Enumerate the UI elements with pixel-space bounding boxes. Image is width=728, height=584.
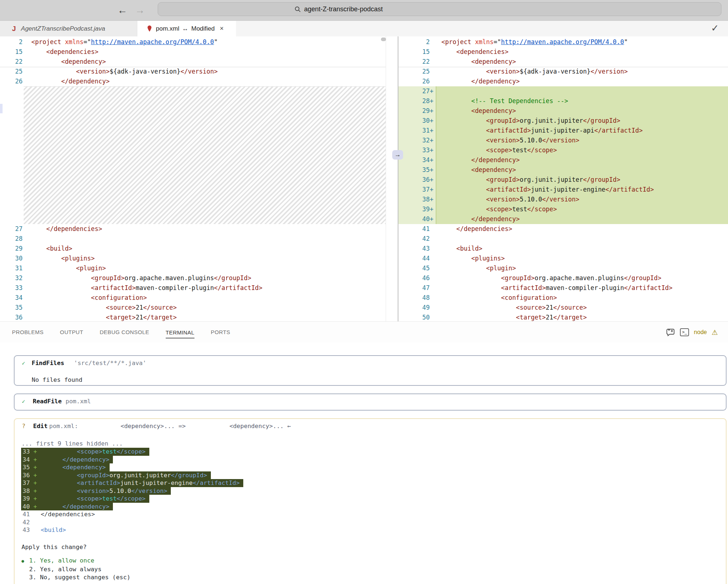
code-token: ="	[493, 38, 501, 46]
back-button[interactable]: ←	[116, 3, 129, 17]
diff-line: 43 <build>	[21, 526, 243, 534]
code-token: <scope>	[77, 495, 102, 502]
code-token: <dependency>	[62, 464, 106, 471]
diff-indicator-icon: ↔	[182, 25, 188, 32]
code-token: test	[512, 205, 527, 213]
diff-next-arrow-button[interactable]: →	[392, 150, 403, 160]
added-line-marker: +	[430, 145, 436, 155]
code-line: 27+	[398, 86, 728, 96]
code-text: <dependency>	[436, 57, 728, 67]
code-text: <scope>test</scope>	[436, 204, 728, 214]
code-line: 29+ <dependency>	[398, 106, 728, 116]
added-line-marker: +	[430, 175, 436, 185]
code-line: 30 <plugins>	[0, 254, 386, 263]
panel-tab-output[interactable]: OUTPUT	[60, 329, 83, 336]
apply-option[interactable]: ●1. Yes, allow once	[21, 557, 130, 565]
code-token: <build>	[41, 526, 66, 533]
apply-option[interactable]: 2. Yes, allow always	[21, 565, 130, 574]
terminal-icon[interactable]: >_	[680, 328, 689, 336]
close-icon[interactable]: ×	[220, 25, 224, 32]
code-token: <artifactId>	[501, 284, 546, 291]
app-window: ← → agent-Z-transcribe-podcast J AgentZT…	[0, 0, 728, 584]
line-number: 27	[398, 86, 430, 96]
apply-option[interactable]: 3. No, suggest changes (esc)	[21, 573, 130, 582]
code-line: 34+ </dependency>	[398, 155, 728, 165]
edit-to: <dependency>... ←	[229, 423, 291, 430]
check-icon[interactable]: ✓	[711, 23, 719, 34]
code-token: <project	[31, 38, 61, 46]
chat-add-icon[interactable]	[666, 328, 675, 337]
code-token: </artifactId>	[605, 186, 654, 193]
code-token: <target>	[516, 314, 546, 321]
added-line-marker	[430, 224, 436, 234]
code-token: </scope>	[117, 495, 145, 502]
panel-tab-problems[interactable]: PROBLEMS	[12, 329, 44, 336]
tool-name: FindFiles	[32, 360, 64, 367]
tab-pom-xml[interactable]: pom.xml ↔ Modified ×	[137, 21, 236, 36]
tab-bar: J AgentZTranscribePodcast.java pom.xml ↔…	[0, 21, 728, 36]
code-token	[441, 166, 471, 173]
code-token: <version>	[486, 137, 520, 144]
code-text: <dependencies>	[436, 47, 728, 57]
added-line-marker	[430, 313, 436, 321]
panel-tab-terminal[interactable]: TERMINAL	[166, 329, 194, 338]
code-token: </groupId>	[171, 472, 207, 479]
panel-tab-debug-console[interactable]: DEBUG CONSOLE	[100, 329, 149, 336]
option-label: 2. Yes, allow always	[29, 566, 102, 573]
code-text: <project xmlns="http://maven.apache.org/…	[436, 37, 728, 47]
code-text: <dependency>	[23, 57, 386, 67]
code-token: junit-jupiter-api	[531, 127, 594, 134]
line-number: 50	[398, 313, 430, 321]
line-number: 30	[0, 254, 23, 263]
code-token: <dependency>	[471, 58, 516, 65]
code-text: <dependency>	[436, 106, 728, 116]
terminal-node-label[interactable]: node	[694, 329, 707, 336]
code-token: <artifactId>	[77, 479, 120, 486]
added-line-marker	[430, 303, 436, 313]
code-token: 21	[136, 314, 143, 321]
tool-card-readfile: ✓ ReadFile pom.xml	[14, 393, 727, 411]
code-line: 34 <configuration>	[0, 293, 386, 303]
code-token: <version>	[486, 196, 520, 203]
tool-name: ReadFile	[33, 398, 62, 405]
added-diff-line: 36 + <groupId>org.junit.jupiter</groupId…	[21, 471, 211, 479]
search-value: agent-Z-transcribe-podcast	[304, 5, 383, 13]
code-token: <dependencies>	[456, 48, 508, 55]
line-number: 22	[398, 57, 430, 67]
code-token: <artifactId>	[91, 284, 136, 291]
success-check-icon: ✓	[22, 398, 25, 405]
code-line: 39+ <scope>test</scope>	[398, 204, 728, 214]
line-number: 35	[398, 165, 430, 175]
code-token: org.junit.jupiter	[520, 176, 583, 183]
line-number: 46	[398, 273, 430, 283]
code-line: 48 <configuration>	[398, 293, 728, 303]
panel-tab-ports[interactable]: PORTS	[211, 329, 230, 336]
search-box[interactable]: agent-Z-transcribe-podcast	[158, 2, 721, 16]
code-line: 43 <build>	[398, 244, 728, 254]
line-number: 42	[398, 234, 430, 244]
code-token: </source>	[553, 304, 587, 311]
line-number: 31	[0, 263, 23, 273]
code-line: 25 <version>${adk-java-version}</version…	[0, 67, 386, 77]
code-line: 29 <build>	[0, 244, 386, 254]
code-line: 2<project xmlns="http://maven.apache.org…	[398, 37, 728, 47]
code-token	[41, 487, 77, 494]
added-line-marker: +	[430, 136, 436, 145]
code-text: <artifactId>junit-jupiter-api</artifactI…	[436, 126, 728, 136]
tab-label: AgentZTranscribePodcast.java	[21, 25, 105, 32]
code-line: 35 <source>21</source>	[0, 303, 386, 313]
code-text	[436, 234, 728, 244]
line-number: 2	[398, 37, 430, 47]
diff-line: 39 + <scope>test</scope>	[21, 495, 243, 503]
code-token: xmlns	[65, 38, 83, 46]
tab-java-file[interactable]: J AgentZTranscribePodcast.java	[0, 21, 137, 36]
added-line-marker	[430, 254, 436, 263]
original-editor-pane: 2<project xmlns="http://maven.apache.org…	[0, 36, 386, 321]
forward-button[interactable]: →	[133, 3, 146, 17]
code-token: 21	[136, 304, 143, 311]
code-token: </target>	[143, 314, 177, 321]
code-token: <version>	[77, 487, 109, 494]
added-line-marker: +	[430, 155, 436, 165]
code-token	[441, 205, 486, 213]
scrollbar-thumb[interactable]	[381, 38, 386, 41]
